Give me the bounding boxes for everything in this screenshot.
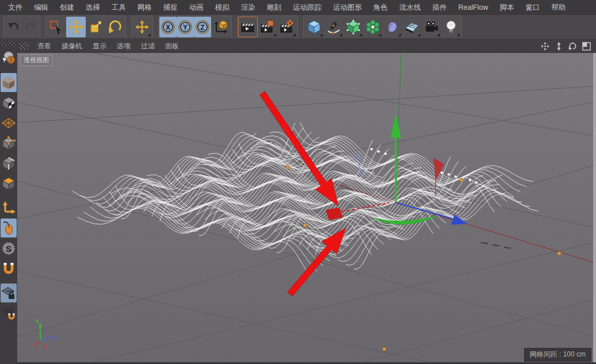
- render-view-button[interactable]: [238, 17, 258, 37]
- menu-item[interactable]: 选择: [80, 0, 106, 15]
- last-tool-button[interactable]: [132, 17, 152, 37]
- viewport-menu-grip[interactable]: [20, 43, 29, 49]
- axis-lock-group: X Y Z: [158, 16, 232, 39]
- window-right-edge: [593, 53, 596, 364]
- lock-x-button[interactable]: X: [159, 17, 177, 37]
- menu-item[interactable]: 模拟: [209, 0, 235, 15]
- menu-item[interactable]: 运动跟踪: [287, 0, 327, 15]
- rotate-view-button[interactable]: [567, 41, 578, 51]
- cinema4d-window: 文件编辑创建选择工具网格捕捉动画模拟渲染雕刻运动跟踪运动图形角色流水线插件Rea…: [0, 0, 596, 364]
- spline-pen-button[interactable]: [324, 17, 343, 37]
- menu-item[interactable]: 文件: [2, 0, 28, 15]
- live-selection-button[interactable]: [47, 17, 66, 37]
- move-tool-button[interactable]: [66, 17, 86, 37]
- rotate-tool-button[interactable]: [105, 17, 125, 37]
- texture-mode-button[interactable]: [1, 93, 17, 112]
- environment-button[interactable]: [402, 17, 422, 37]
- menu-item[interactable]: 插件: [427, 0, 453, 15]
- maximize-icon: [582, 42, 591, 51]
- viewport-tweak-button[interactable]: [1, 219, 17, 237]
- cube-icon: [307, 20, 322, 35]
- viewport-canvas[interactable]: YZX: [17, 53, 596, 364]
- dropdown-corner: [359, 33, 362, 36]
- menu-item[interactable]: 捕捉: [158, 0, 184, 15]
- lock-y-button[interactable]: Y: [177, 17, 194, 37]
- s-mode-button[interactable]: S: [1, 239, 17, 258]
- model-mode-icon: [1, 75, 16, 90]
- render-group: [237, 16, 298, 39]
- view-label[interactable]: 透视视图: [20, 55, 52, 66]
- undo-button[interactable]: [5, 17, 22, 37]
- viewport-menu-item[interactable]: 摄像机: [56, 40, 87, 52]
- svg-text:Z: Z: [200, 24, 204, 32]
- mograph-button[interactable]: [363, 17, 383, 37]
- model-mode-button[interactable]: [1, 73, 17, 92]
- deformer-button[interactable]: [383, 17, 402, 37]
- selection-icon: [49, 20, 64, 35]
- undo-icon: [6, 20, 20, 34]
- menu-item[interactable]: 动画: [184, 0, 209, 15]
- snap-toggle-button[interactable]: [1, 259, 17, 278]
- menu-bar: 文件编辑创建选择工具网格捕捉动画模拟渲染雕刻运动跟踪运动图形角色流水线插件Rea…: [0, 0, 596, 15]
- viewport-menu-item[interactable]: 过滤: [136, 40, 160, 52]
- menu-item[interactable]: 窗口: [520, 0, 546, 15]
- menu-item[interactable]: 流水线: [393, 0, 427, 15]
- points-mode-icon: [1, 136, 16, 151]
- dropdown-corner: [293, 33, 296, 36]
- lock-workplane-button[interactable]: [1, 283, 17, 302]
- menu-item[interactable]: 脚本: [494, 0, 520, 15]
- menu-item[interactable]: 编辑: [28, 0, 54, 15]
- mode-sidebar: S: [0, 40, 17, 364]
- deformer-icon: [385, 20, 400, 35]
- coordinate-system-button[interactable]: [211, 17, 231, 37]
- zoom-icon: [555, 42, 563, 51]
- menu-item[interactable]: 角色: [368, 0, 393, 15]
- menu-item[interactable]: 雕刻: [261, 0, 287, 15]
- pan-view-button[interactable]: [540, 41, 550, 51]
- viewport-menu-item[interactable]: 查看: [32, 40, 56, 52]
- render-picture-viewer-button[interactable]: [258, 17, 277, 37]
- workplane-mode-button[interactable]: [1, 113, 17, 132]
- primitive-cube-button[interactable]: [304, 17, 324, 37]
- svg-text:X: X: [44, 344, 47, 350]
- lock-z-button[interactable]: Z: [194, 17, 211, 37]
- scale-icon: [88, 20, 103, 35]
- edges-mode-button[interactable]: [1, 154, 17, 173]
- workplane-snap-icon: [1, 306, 16, 321]
- light-bulb-icon: [444, 20, 459, 35]
- workplane-lock-icon: [1, 286, 16, 301]
- maximize-view-button[interactable]: [581, 41, 591, 51]
- svg-text:Z: Z: [54, 335, 57, 340]
- viewport-menu-item[interactable]: 选项: [112, 40, 136, 52]
- menu-item[interactable]: 创建: [54, 0, 80, 15]
- dropdown-corner: [379, 33, 381, 36]
- perspective-viewport[interactable]: YZX 透视视图 网格间距 : 100 cm: [17, 53, 596, 364]
- viewport-menu-item[interactable]: 显示: [87, 40, 112, 52]
- menu-item[interactable]: 帮助: [546, 0, 572, 15]
- palette-grip[interactable]: [1, 41, 16, 46]
- z-axis-icon: Z: [195, 20, 210, 35]
- enable-axis-button[interactable]: [1, 198, 17, 217]
- camera-button[interactable]: [422, 17, 441, 37]
- redo-button[interactable]: [22, 17, 39, 37]
- rotate-view-icon: [568, 42, 577, 51]
- zoom-view-button[interactable]: [553, 41, 564, 51]
- pan-icon: [541, 42, 549, 51]
- subdivision-surface-button[interactable]: [343, 17, 363, 37]
- menu-item[interactable]: 工具: [106, 0, 132, 15]
- viewport-menu-bar: 查看摄像机显示选项过滤面板: [17, 40, 596, 53]
- menu-item[interactable]: 运动图形: [327, 0, 368, 15]
- make-editable-button[interactable]: [1, 48, 17, 67]
- viewport-menu-item[interactable]: 面板: [160, 40, 184, 52]
- light-button[interactable]: [441, 17, 461, 37]
- svg-text:X: X: [166, 24, 170, 32]
- render-settings-button[interactable]: [277, 17, 297, 37]
- polygons-mode-button[interactable]: [1, 174, 17, 193]
- menu-item[interactable]: 网格: [132, 0, 158, 15]
- scale-tool-button[interactable]: [86, 17, 105, 37]
- menu-item[interactable]: 渲染: [235, 0, 261, 15]
- menu-item[interactable]: RealFlow: [453, 0, 494, 15]
- points-mode-button[interactable]: [1, 133, 17, 152]
- snap-workplane-button[interactable]: [1, 304, 17, 323]
- make-editable-icon: [1, 51, 16, 66]
